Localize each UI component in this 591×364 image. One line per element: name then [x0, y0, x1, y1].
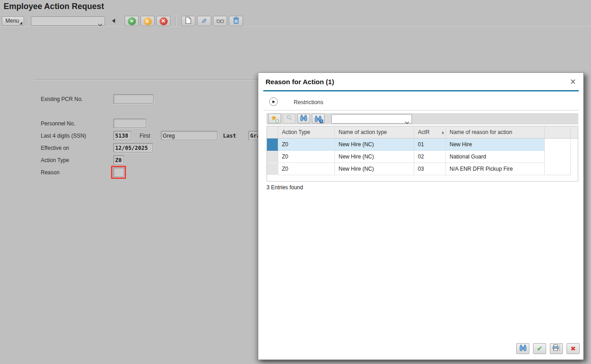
action-type-cell[interactable]: Z0 [278, 163, 335, 175]
toolbar-divider [27, 16, 28, 26]
results-table: Action Type Name of action type ActR ▴ N… [266, 126, 578, 182]
back-button[interactable]: « [125, 16, 139, 26]
display-button[interactable] [213, 16, 227, 26]
existing-pcr-input[interactable] [113, 94, 154, 104]
column-header-selector[interactable] [267, 126, 278, 138]
table-body: Z0 New Hire (NC) 01 New Hire Z0 New Hire… [267, 139, 578, 175]
new-document-icon [185, 17, 191, 26]
printer-icon [552, 344, 561, 353]
row-selector-cell[interactable] [267, 139, 278, 151]
page-title: Employee Action Request [4, 2, 104, 11]
column-header-reason-name[interactable]: Name of reason for action [446, 126, 545, 138]
action-name-cell[interactable]: New Hire (NC) [335, 151, 414, 163]
reason-label: Reason [41, 169, 59, 176]
find-next-button[interactable]: + [312, 114, 325, 124]
actr-cell[interactable]: 02 [414, 151, 446, 163]
column-header-action-name[interactable]: Name of action type [335, 126, 414, 138]
action-type-input[interactable] [113, 155, 124, 165]
row-selector-cell[interactable] [267, 163, 278, 175]
menu-button[interactable]: Menu [2, 16, 24, 26]
binoculars-icon [519, 345, 527, 353]
table-scrollbar-track[interactable] [571, 139, 578, 175]
command-combobox[interactable] [31, 16, 105, 26]
effective-date-input[interactable] [113, 143, 153, 153]
binoculars-icon [300, 115, 307, 123]
glasses-icon [216, 17, 224, 25]
exit-button[interactable]: « [140, 16, 155, 26]
personnel-no-input[interactable] [113, 119, 146, 128]
existing-pcr-label: Existing PCR No. [41, 96, 83, 102]
binoculars-plus-icon: + [315, 115, 322, 122]
personnel-no-label: Personnel No. [41, 120, 75, 127]
actr-cell[interactable]: 01 [414, 139, 446, 151]
column-header-action-type[interactable]: Action Type [278, 126, 335, 138]
reason-input[interactable] [113, 168, 124, 177]
menu-corner-icon [19, 22, 22, 24]
close-icon: × [570, 77, 576, 86]
checkmark-icon: ✔ [537, 345, 543, 353]
reason-name-cell[interactable]: N/A ENR DFR Pickup Fire [446, 163, 545, 175]
chevron-down-icon [98, 20, 102, 28]
last-name-label: Last [223, 133, 236, 139]
dialog-cancel-button[interactable]: ✖ [567, 343, 580, 354]
exit-icon: « [144, 17, 152, 25]
restrictions-label: Restrictions [294, 99, 323, 105]
toolbar-divider [175, 16, 176, 26]
dialog-find-button[interactable] [516, 343, 529, 354]
action-type-cell[interactable]: Z0 [278, 151, 335, 163]
reason-name-cell[interactable]: New Hire [446, 139, 545, 151]
main-toolbar: Menu « « × [0, 15, 591, 27]
ssn-last4-input[interactable] [113, 131, 131, 140]
insert-in-personal-list-button[interactable]: ★ [268, 114, 281, 124]
sort-ascending-icon: ▴ [442, 130, 444, 134]
chevron-down-icon [405, 118, 409, 126]
table-row[interactable]: Z0 New Hire (NC) 03 N/A ENR DFR Pickup F… [267, 163, 545, 175]
dialog-close-button[interactable]: × [568, 77, 578, 87]
restrictions-expand-button[interactable]: ▶ [269, 97, 278, 106]
cancel-button[interactable]: × [156, 16, 170, 26]
column-header-filler [545, 126, 571, 138]
filter-combobox[interactable] [331, 114, 412, 124]
reason-for-action-dialog: Reason for Action (1) × ▶ Restrictions ★ [258, 72, 584, 360]
find-button[interactable] [297, 114, 310, 124]
action-type-cell[interactable]: Z0 [278, 139, 335, 151]
value-help-toolbar: ★ [266, 113, 578, 125]
dialog-divider [263, 110, 579, 110]
table-rows: Z0 New Hire (NC) 01 New Hire Z0 New Hire… [267, 139, 545, 175]
entries-found-status: 3 Entries found [266, 184, 303, 191]
menu-button-label: Menu [5, 18, 19, 24]
first-name-input[interactable] [161, 131, 218, 140]
table-filler-cell [545, 139, 571, 175]
display-personal-list-button [283, 114, 296, 124]
dialog-ok-button[interactable]: ✔ [533, 343, 546, 354]
reason-name-cell[interactable]: National Guard [446, 151, 545, 163]
dialog-title: Reason for Action (1) [266, 78, 334, 86]
dialog-accent-rule [263, 90, 579, 91]
create-button[interactable] [181, 16, 195, 26]
delete-button[interactable] [229, 16, 243, 26]
expand-right-icon: ▶ [272, 100, 275, 104]
action-name-cell[interactable]: New Hire (NC) [335, 163, 414, 175]
magnifier-disabled-icon [286, 115, 292, 123]
first-name-label: First [140, 133, 150, 139]
action-name-cell[interactable]: New Hire (NC) [335, 139, 414, 151]
column-header-scroll [571, 126, 578, 138]
sap-screen: Employee Action Request Menu « « × [0, 0, 591, 364]
actr-cell[interactable]: 03 [414, 163, 446, 175]
trash-icon [233, 17, 239, 26]
table-row[interactable]: Z0 New Hire (NC) 02 National Guard [267, 151, 545, 163]
pencil-icon: ✎ [201, 17, 207, 25]
star-plus-icon: ★ [271, 115, 278, 122]
row-selector-cell[interactable] [267, 151, 278, 163]
edit-button[interactable]: ✎ [197, 16, 211, 26]
table-row[interactable]: Z0 New Hire (NC) 01 New Hire [267, 139, 545, 151]
dialog-print-button[interactable] [550, 343, 563, 354]
table-header-row: Action Type Name of action type ActR ▴ N… [267, 126, 578, 139]
cancel-icon: × [160, 17, 168, 25]
red-x-icon: ✖ [571, 345, 576, 352]
back-icon: « [128, 17, 136, 25]
combobox-collapse-icon[interactable] [112, 19, 115, 23]
ssn-last4-label: Last 4 digits (SSN) [41, 133, 86, 139]
column-header-actr[interactable]: ActR ▴ [414, 126, 446, 138]
effective-on-label: Effective on [41, 145, 69, 151]
